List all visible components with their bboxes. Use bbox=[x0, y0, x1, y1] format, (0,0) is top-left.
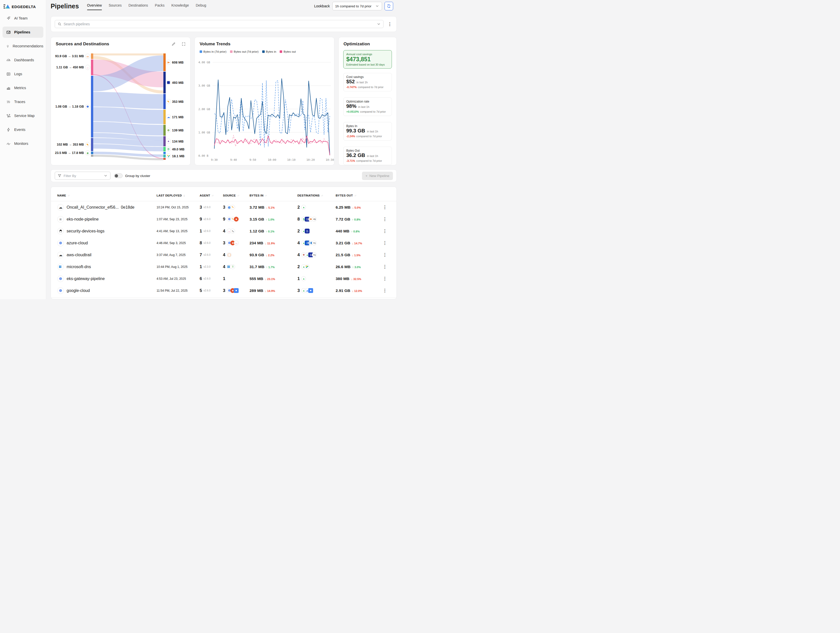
bytes-out-delta: ↓ 14.7% bbox=[352, 242, 362, 245]
table-row[interactable]: azure-cloud 4:46 AM, Sep 3, 2025 8 v2.6.… bbox=[51, 237, 396, 249]
column-header-last-deployed[interactable]: LAST DEPLOYED↓ bbox=[156, 194, 200, 197]
table-body: Oncall_AI_Connector_ef56... 0e18de 10:24… bbox=[51, 201, 396, 296]
edit-pencil-icon[interactable] bbox=[172, 42, 175, 46]
sidebar-item-dashboards[interactable]: Dashboards bbox=[3, 54, 43, 66]
metric-label: Cost savings bbox=[346, 75, 389, 79]
search-box[interactable] bbox=[55, 20, 384, 28]
sidebar-item-monitors[interactable]: Monitors bbox=[3, 138, 43, 149]
sidebar-item-label: Service Map bbox=[14, 114, 35, 118]
sankey-target-node bbox=[163, 154, 166, 157]
sidebar-item-service-map[interactable]: Service Map bbox=[3, 110, 43, 121]
tab-knowledge[interactable]: Knowledge bbox=[171, 3, 189, 10]
sankey-flow bbox=[93, 107, 163, 124]
svg-text:10:30: 10:30 bbox=[325, 158, 334, 162]
table-row[interactable]: microsoft-dns 10:44 PM, Aug 1, 2025 1 v2… bbox=[51, 261, 396, 273]
sankey-source-label: 1.08 GB → 1.18 GB bbox=[55, 105, 84, 109]
pipeline-name[interactable]: azure-cloud bbox=[66, 241, 88, 246]
pipeline-name[interactable]: security-devices-logs bbox=[66, 229, 104, 233]
source-count: 9 bbox=[223, 217, 225, 222]
tab-packs[interactable]: Packs bbox=[155, 3, 164, 10]
row-menu-kebab-icon[interactable]: ⋮ bbox=[382, 288, 388, 293]
legend-item[interactable]: Bytes out bbox=[279, 50, 295, 53]
pipeline-name[interactable]: microsoft-dns bbox=[66, 265, 91, 269]
new-pipeline-button[interactable]: + New Pipeline bbox=[362, 172, 393, 180]
bytes-out-delta: ↓ 5.0% bbox=[352, 206, 361, 209]
search-input[interactable] bbox=[63, 22, 375, 26]
table-row[interactable]: eks-gateway-pipeline 4:53 AM, Jul 23, 20… bbox=[51, 273, 396, 285]
pipeline-name[interactable]: aws-cloudtrail bbox=[66, 253, 92, 257]
table-row[interactable]: security-devices-logs 4:41 AM, Sep 13, 2… bbox=[51, 225, 396, 237]
column-header-bytes-in[interactable]: BYTES IN↓↑ bbox=[249, 194, 297, 197]
lookback-select[interactable]: 1h compared to 7d prior bbox=[332, 2, 382, 10]
table-row[interactable]: google-cloud 11:54 PM, Jul 22, 2025 5 v2… bbox=[51, 285, 396, 296]
svg-text:✿: ✿ bbox=[167, 129, 170, 132]
table-row[interactable]: aws-cloudtrail 3:37 AM, Aug 7, 2025 7 v2… bbox=[51, 249, 396, 261]
row-menu-kebab-icon[interactable]: ⋮ bbox=[382, 228, 388, 233]
pipeline-name[interactable]: google-cloud bbox=[66, 288, 90, 293]
row-menu-kebab-icon[interactable]: ⋮ bbox=[382, 217, 388, 222]
sidebar-nav: AI TeamPipelinesRecommendationsDashboard… bbox=[0, 13, 46, 149]
pipeline-name[interactable]: eks-node-pipeline bbox=[66, 217, 98, 222]
expand-icon[interactable] bbox=[182, 42, 186, 46]
sankey-target-node bbox=[163, 94, 166, 109]
filter-by-select[interactable]: Filter By bbox=[55, 172, 111, 180]
column-header-bytes-out[interactable]: BYTES OUT↓↑ bbox=[336, 194, 380, 197]
sidebar-item-events[interactable]: Events bbox=[3, 124, 43, 135]
sankey-source-node bbox=[91, 138, 93, 151]
pipeline-name[interactable]: Oncall_AI_Connector_ef56... 0e18de bbox=[66, 205, 134, 209]
optimization-panel: Optimization Annual cost savings $473,85… bbox=[338, 37, 397, 165]
agent-count: 8 bbox=[200, 241, 202, 246]
row-menu-kebab-icon[interactable]: ⋮ bbox=[382, 205, 388, 209]
legend-item[interactable]: Bytes in bbox=[262, 50, 276, 53]
legend-label: Bytes out (7d prior) bbox=[234, 50, 259, 53]
service-map-icon bbox=[6, 113, 11, 118]
column-header-destinations[interactable]: DESTINATIONS↓↑ bbox=[297, 194, 336, 197]
sidebar-item-traces[interactable]: Traces bbox=[3, 96, 43, 107]
row-menu-kebab-icon[interactable]: ⋮ bbox=[382, 276, 388, 281]
sidebar-item-metrics[interactable]: Metrics bbox=[3, 82, 43, 93]
tab-sources[interactable]: Sources bbox=[109, 3, 122, 10]
sankey-diagram: 93.9 GB → 3.51 MB▭1.11 GB → 450 MB↔1.08 … bbox=[51, 50, 191, 163]
destination-count: 2 bbox=[297, 228, 300, 234]
tab-destinations[interactable]: Destinations bbox=[128, 3, 148, 10]
optimization-title: Optimization bbox=[344, 41, 370, 47]
search-options-kebab-icon[interactable]: ⋮ bbox=[387, 22, 393, 26]
sidebar-item-label: Dashboards bbox=[14, 58, 34, 62]
annual-cost-savings-card: Annual cost savings $473,851 Estimated b… bbox=[343, 50, 392, 69]
row-menu-kebab-icon[interactable]: ⋮ bbox=[382, 265, 388, 269]
funnel-icon bbox=[57, 174, 62, 178]
sidebar-item-pipelines[interactable]: Pipelines bbox=[3, 27, 43, 38]
column-header-name[interactable]: NAME↓↑ bbox=[57, 194, 156, 197]
svg-text:10:00: 10:00 bbox=[268, 158, 276, 162]
row-menu-kebab-icon[interactable]: ⋮ bbox=[382, 252, 388, 257]
column-header-source[interactable]: SOURCE↓↑ bbox=[223, 194, 249, 197]
metric-period: in last 1h bbox=[367, 154, 378, 157]
bytes-in-value: 3.15 GB bbox=[249, 217, 264, 222]
sankey-target-node bbox=[163, 158, 166, 160]
annual-savings-label: Annual cost savings bbox=[346, 53, 389, 56]
metric-label: Optimization rate bbox=[346, 100, 389, 103]
table-row[interactable]: Oncall_AI_Connector_ef56... 0e18de 10:24… bbox=[51, 201, 396, 213]
row-menu-kebab-icon[interactable]: ⋮ bbox=[382, 241, 388, 246]
last-deployed: 4:53 AM, Jul 23, 2025 bbox=[156, 277, 200, 280]
legend-item[interactable]: Bytes out (7d prior) bbox=[230, 50, 259, 53]
bytes-out-value: 26.6 MB bbox=[336, 265, 351, 269]
sidebar-item-logs[interactable]: Logs bbox=[3, 68, 43, 80]
svg-text:1.00 GB: 1.00 GB bbox=[198, 131, 210, 134]
group-by-cluster-toggle[interactable] bbox=[114, 173, 123, 178]
table-row[interactable]: eks-node-pipeline 1:07 AM, Sep 23, 2025 … bbox=[51, 213, 396, 225]
column-header-agent[interactable]: AGENT↓↑ bbox=[200, 194, 223, 197]
sankey-source-node bbox=[91, 54, 93, 59]
sort-icon: ↓↑ bbox=[237, 194, 239, 197]
sidebar-item-ai-team[interactable]: AI Team bbox=[3, 13, 43, 24]
chevron-down-icon[interactable] bbox=[377, 22, 381, 26]
sort-icon: ↓↑ bbox=[354, 194, 356, 197]
tab-debug[interactable]: Debug bbox=[196, 3, 206, 10]
sidebar-item-recommendations[interactable]: Recommendations bbox=[3, 41, 43, 52]
source-icons bbox=[227, 217, 238, 222]
tab-overview[interactable]: Overview bbox=[87, 3, 102, 10]
svg-text:10:20: 10:20 bbox=[306, 158, 314, 162]
pipeline-name[interactable]: eks-gateway-pipeline bbox=[66, 277, 104, 281]
legend-item[interactable]: Bytes in (7d prior) bbox=[200, 50, 226, 53]
refresh-button[interactable] bbox=[385, 2, 393, 10]
